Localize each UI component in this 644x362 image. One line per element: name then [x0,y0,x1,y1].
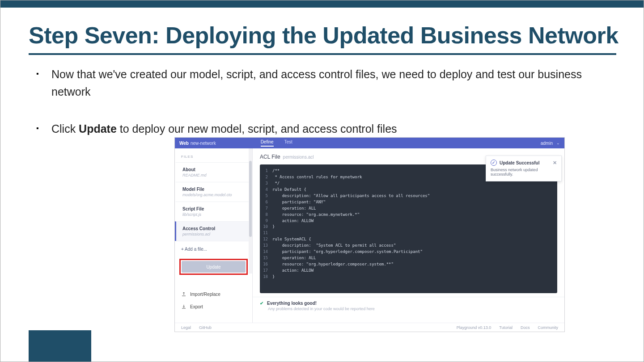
main-header-title: ACL File [260,154,280,160]
sidebar-export[interactable]: Export [175,300,252,313]
success-icon: ✓ [491,160,497,166]
code-text: participant: "org.hyperledger.composer.s… [272,249,423,255]
line-number: 2 [260,174,272,181]
line-number: 9 [260,218,272,224]
sidebar-item-sub: lib/script.js [182,212,246,217]
sidebar-files-label: FILES [175,148,252,162]
download-icon [181,304,186,309]
line-number: 18 [260,274,272,280]
footer-github[interactable]: GitHub [199,325,212,330]
sidebar-item-sub: permissions.acl [182,232,246,236]
toast-header: ✓ Update Successful ✕ [491,160,557,166]
sidebar-item-title: Model File [182,187,246,192]
bullet-text-2: Click Update to deploy our new model, sc… [51,120,613,138]
tab-test[interactable]: Test [284,139,292,147]
status-sub: Any problems detected in your code would… [260,307,557,311]
code-text: operation: ALL [272,255,316,261]
sidebar-import-label: Import/Replace [190,292,220,297]
app-footer: Legal GitHub Playground v0.13.0 Tutorial… [175,323,564,332]
line-number: 6 [260,199,272,206]
code-line: 9 action: ALLOW [260,218,557,224]
bullet-marker: ▪ [36,66,51,80]
line-number: 11 [260,230,272,236]
code-line: 6 participant: "ANY" [260,199,557,206]
code-line: 16 resource: "org.hyperledger.composer.s… [260,261,557,268]
code-text: * Access control rules for mynetwork [272,174,362,181]
sidebar-item-title: Script File [182,206,246,211]
line-number: 7 [260,206,272,212]
code-line: 12rule SystemACL { [260,236,557,243]
sidebar-scrollbar[interactable] [249,148,252,274]
line-number: 1 [260,168,272,174]
code-line: 11 [260,230,557,236]
code-editor[interactable]: 1/**2 * Access control rules for mynetwo… [260,164,557,293]
code-line: 8 resource: "org.acme.mynetwork.*" [260,212,557,218]
status-panel: ✔ Everything looks good! Any problems de… [253,297,564,313]
code-line: 4rule Default { [260,187,557,193]
sidebar-import[interactable]: Import/Replace [175,288,252,300]
sidebar-item-title: Access Control [182,226,246,231]
sidebar-item-acl[interactable]: Access Control permissions.acl [175,221,252,241]
toast-update-success: ✓ Update Successful ✕ Business network u… [486,156,562,181]
sidebar-item-model[interactable]: Model File models/org.acme.model.cto [175,182,252,202]
sidebar-add-file[interactable]: + Add a file... [175,241,252,257]
app-sidebar: FILES About README.md Model File models/… [175,148,253,323]
update-highlight-box: Update [179,259,248,275]
app-topbar: Web new-network Define Test admin ⌄ [175,138,564,148]
line-number: 16 [260,261,272,268]
footer-docs[interactable]: Docs [521,325,530,330]
bullet-row-2: ▪ Click Update to deploy our new model, … [36,120,613,138]
slide-title-rule [29,53,616,55]
code-text: participant: "ANY" [272,199,326,206]
code-text: action: ALLOW [272,218,314,224]
code-text: action: ALLOW [272,268,314,274]
app-tabs: Define Test [261,139,292,147]
footer-community[interactable]: Community [538,325,558,330]
footer-legal[interactable]: Legal [181,325,191,330]
line-number: 12 [260,236,272,243]
sidebar-files-wrap: FILES About README.md Model File models/… [175,148,252,241]
code-line: 13 description: "System ACL to permit al… [260,243,557,249]
slide-title: Step Seven: Deploying the Updated Busine… [29,22,619,49]
code-text: /** [272,168,280,174]
chevron-down-icon: ⌄ [556,141,560,145]
check-icon: ✔ [260,301,263,306]
slide-top-stripe [0,0,644,8]
sidebar-item-about[interactable]: About README.md [175,162,252,182]
toast-close-icon[interactable]: ✕ [553,160,557,166]
sidebar-export-label: Export [190,304,203,309]
code-text: rule SystemACL { [272,236,311,243]
user-menu[interactable]: admin ⌄ [541,141,560,146]
line-number: 5 [260,193,272,199]
code-line: 14 participant: "org.hyperledger.compose… [260,249,557,255]
bullet-text-1: Now that we've created our model, script… [51,66,613,101]
tab-define[interactable]: Define [261,139,274,147]
scrollbar-thumb[interactable] [249,161,252,237]
footer-version: Playground v0.13.0 [457,325,491,330]
update-button[interactable]: Update [182,261,246,273]
bullet-2-post: to deploy our new model, script, and acc… [117,122,397,135]
footer-tutorial[interactable]: Tutorial [499,325,513,330]
code-line: 15 operation: ALL [260,255,557,261]
line-number: 14 [260,249,272,255]
code-text: operation: ALL [272,206,316,212]
code-line: 18} [260,274,557,280]
line-number: 17 [260,268,272,274]
bullet-2-pre: Click [51,122,79,135]
app-brand: Web [179,141,189,146]
toast-body: Business network updated successfully. [491,168,557,177]
slide: Step Seven: Deploying the Updated Busine… [0,0,644,362]
bullet-row-1: ▪ Now that we've created our model, scri… [36,66,613,101]
code-text: resource: "org.hyperledger.composer.syst… [272,261,394,268]
line-number: 10 [260,224,272,230]
sidebar-item-script[interactable]: Script File lib/script.js [175,202,252,221]
slide-corner-box [29,330,91,362]
code-text: } [272,224,275,230]
code-line: 17 action: ALLOW [260,268,557,274]
app-screenshot: Web new-network Define Test admin ⌄ FILE… [174,137,565,332]
line-number: 4 [260,187,272,193]
bullet-2-bold: Update [79,122,117,135]
sidebar-item-sub: README.md [182,173,246,177]
code-text: description: "Allow all participants acc… [272,193,430,199]
app-network-name: new-network [191,141,216,146]
